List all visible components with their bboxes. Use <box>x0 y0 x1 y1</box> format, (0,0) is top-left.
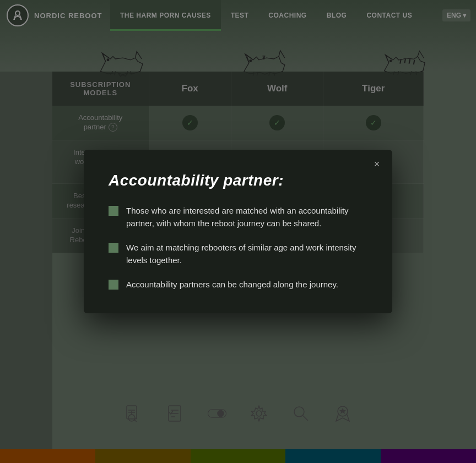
modal-item-text: We aim at matching rebooters of similar … <box>126 242 367 266</box>
modal-close-button[interactable]: × <box>370 157 383 171</box>
modal-bullet <box>109 243 118 253</box>
modal-item-text: Accountability partners can be changed a… <box>126 279 338 291</box>
modal-title: Accountability partner: <box>109 172 367 189</box>
modal-list-item: We aim at matching rebooters of similar … <box>109 242 367 266</box>
modal-item-text: Those who are interested are matched wit… <box>126 205 367 230</box>
modal-bullet <box>109 206 118 216</box>
modal-list-item: Accountability partners can be changed a… <box>109 279 367 291</box>
modal-bullet <box>109 280 118 290</box>
accountability-modal: × Accountability partner: Those who are … <box>84 150 392 313</box>
modal-list-item: Those who are interested are matched wit… <box>109 205 367 230</box>
modal-list: Those who are interested are matched wit… <box>109 205 367 291</box>
modal-overlay[interactable]: × Accountability partner: Those who are … <box>0 0 476 463</box>
